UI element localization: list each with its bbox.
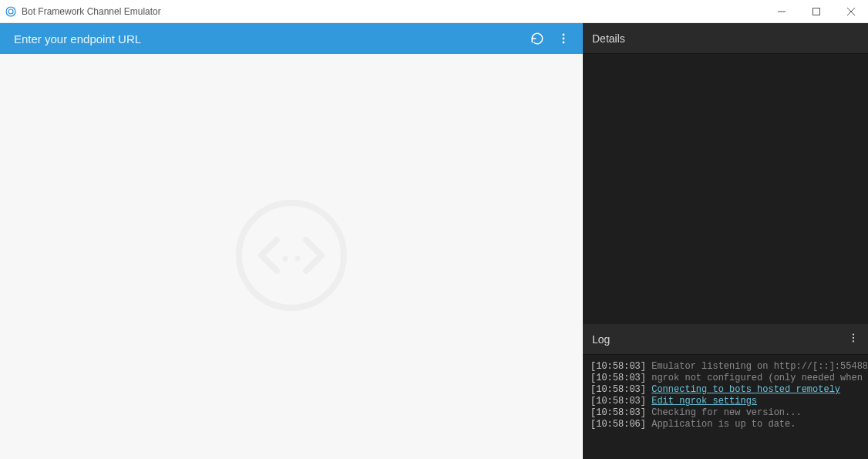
log-message: Emulator listening on http://[::]:55488 [651,361,868,372]
log-panel-header: Log [583,324,868,355]
bot-framework-watermark-icon [234,197,349,316]
log-message: Checking for new version... [651,407,801,418]
svg-point-13 [853,337,854,339]
log-line: [10:58:03] Edit ngrok settings [590,396,860,407]
svg-point-1 [8,9,13,14]
side-panel: Details Log [10:58:03] Emulator listenin… [583,23,868,459]
svg-point-14 [853,340,854,342]
log-message: Application is up to date. [651,419,796,430]
svg-point-12 [853,333,854,335]
svg-point-8 [563,42,565,44]
conversation-area [0,54,583,459]
log-panel-title: Log [592,333,610,346]
log-timestamp: [10:58:03] [590,373,651,383]
log-line: [10:58:03] Connecting to bots hosted rem… [590,384,860,396]
log-link[interactable]: Connecting to bots hosted remotely [651,384,840,395]
log-timestamp: [10:58:06] [590,419,651,430]
minimize-button[interactable] [764,0,799,23]
close-button[interactable] [833,0,868,23]
svg-point-9 [239,203,344,308]
log-message: ngrok not configured (only needed when c… [651,373,868,383]
details-panel-title: Details [592,32,625,45]
refresh-icon[interactable] [524,25,550,52]
log-line: [10:58:06] Application is up to date. [590,419,860,430]
svg-point-0 [6,7,15,16]
chat-pane [0,23,583,459]
log-line: [10:58:03] ngrok not configured (only ne… [590,373,860,384]
kebab-menu-icon[interactable] [848,332,859,346]
window-titlebar: Bot Framework Channel Emulator [0,0,868,23]
maximize-button[interactable] [799,0,833,23]
endpoint-url-input[interactable] [14,32,524,46]
svg-rect-3 [812,8,819,15]
endpoint-toolbar [0,23,583,54]
svg-point-7 [563,38,565,40]
log-panel-body[interactable]: [10:58:03] Emulator listening on http://… [583,355,868,459]
log-link[interactable]: Edit ngrok settings [651,396,757,407]
window-title: Bot Framework Channel Emulator [22,6,161,17]
log-timestamp: [10:58:03] [590,384,651,395]
details-panel-header: Details [583,23,868,54]
svg-point-10 [283,255,288,261]
log-line: [10:58:03] Emulator listening on http://… [590,361,860,373]
svg-point-6 [563,34,565,36]
log-timestamp: [10:58:03] [590,396,651,407]
kebab-menu-icon[interactable] [550,25,577,52]
svg-point-11 [295,255,301,261]
app-icon [5,5,17,18]
log-line: [10:58:03] Checking for new version... [590,407,860,419]
log-timestamp: [10:58:03] [590,361,651,372]
log-timestamp: [10:58:03] [590,407,651,418]
details-panel-body [583,54,868,324]
